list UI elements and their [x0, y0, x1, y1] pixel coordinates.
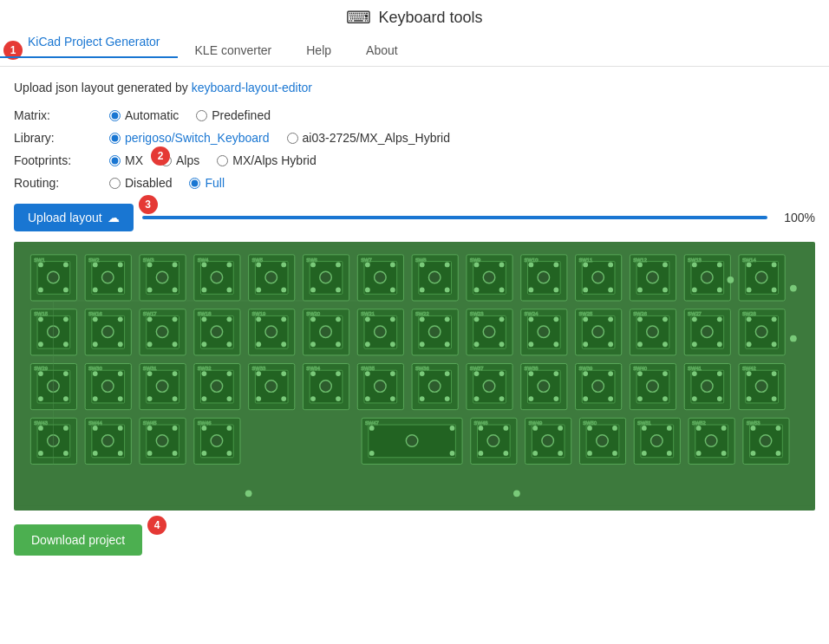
svg-text:SW24: SW24 [525, 311, 539, 316]
footprint-alps-label: Alps [176, 153, 199, 167]
svg-point-351 [118, 451, 123, 456]
svg-point-123 [101, 326, 114, 338]
library-ai03-radio[interactable] [287, 133, 298, 144]
matrix-auto-option[interactable]: Automatic [109, 108, 179, 122]
footprint-mx-radio[interactable] [109, 155, 121, 166]
matrix-auto-radio[interactable] [109, 110, 121, 121]
svg-point-11 [101, 271, 114, 283]
svg-point-244 [147, 371, 153, 376]
svg-point-428 [245, 490, 252, 497]
svg-point-391 [558, 451, 563, 456]
svg-point-175 [445, 342, 450, 347]
svg-point-20 [147, 263, 153, 268]
nav-item-kle[interactable]: KLE converter [178, 35, 290, 66]
svg-point-254 [202, 396, 207, 401]
footprint-mx-alps-option[interactable]: MX/Alps Hybrid [217, 153, 316, 167]
svg-point-39 [281, 288, 286, 293]
nav-item-help[interactable]: Help [289, 35, 349, 66]
routing-disabled-option[interactable]: Disabled [109, 176, 172, 190]
svg-point-294 [474, 396, 480, 401]
svg-point-118 [38, 342, 43, 347]
nav-item-about[interactable]: About [349, 35, 415, 66]
svg-point-76 [528, 263, 533, 268]
svg-point-251 [211, 381, 223, 393]
svg-point-69 [499, 263, 505, 268]
svg-point-308 [583, 371, 588, 376]
svg-point-100 [692, 263, 697, 268]
svg-point-341 [63, 426, 69, 431]
svg-text:SW46: SW46 [198, 420, 212, 426]
routing-full-option[interactable]: Full [189, 176, 225, 190]
svg-point-140 [202, 316, 207, 322]
svg-point-349 [118, 426, 123, 431]
svg-point-204 [637, 316, 643, 322]
kle-link[interactable]: keyboard-layout-editor [192, 81, 312, 94]
svg-text:SW39: SW39 [578, 366, 592, 371]
routing-full-radio[interactable] [189, 178, 200, 189]
footprint-mx-alps-radio[interactable] [217, 155, 228, 166]
matrix-predefined-option[interactable]: Predefined [196, 108, 271, 122]
svg-point-367 [226, 451, 232, 456]
svg-point-366 [202, 451, 207, 456]
svg-point-319 [663, 396, 668, 401]
svg-point-87 [608, 288, 613, 293]
svg-point-205 [663, 316, 668, 322]
library-perigoso-radio[interactable] [109, 133, 121, 144]
footprint-options: MX Alps MX/Alps Hybrid [109, 153, 317, 167]
upload-button[interactable]: Upload layout ☁ [14, 204, 134, 231]
svg-point-245 [173, 371, 178, 376]
svg-point-171 [428, 326, 441, 338]
svg-point-101 [717, 263, 722, 268]
svg-point-364 [202, 426, 207, 431]
svg-point-70 [474, 288, 480, 293]
svg-point-334 [747, 396, 752, 401]
svg-point-252 [202, 371, 207, 376]
svg-point-67 [483, 271, 495, 283]
svg-point-139 [211, 326, 223, 338]
svg-point-223 [772, 342, 777, 347]
svg-point-198 [583, 342, 588, 347]
library-perigoso-label[interactable]: perigoso/Switch_Keyboard [125, 131, 270, 145]
svg-point-230 [38, 396, 43, 401]
routing-full-label: Full [205, 176, 225, 190]
routing-disabled-radio[interactable] [109, 178, 121, 189]
svg-point-350 [93, 451, 98, 456]
svg-point-46 [310, 288, 316, 293]
svg-point-343 [63, 451, 69, 456]
svg-point-62 [420, 288, 425, 293]
svg-point-372 [369, 426, 375, 431]
svg-point-183 [499, 342, 505, 347]
svg-point-267 [320, 381, 332, 393]
svg-point-151 [281, 342, 286, 347]
svg-point-425 [728, 276, 734, 283]
svg-point-181 [499, 316, 505, 322]
svg-point-38 [256, 288, 261, 293]
upload-button-label: Upload layout [28, 211, 102, 224]
svg-point-374 [369, 451, 375, 456]
footprint-mx-alps-label: MX/Alps Hybrid [232, 153, 316, 167]
svg-text:SW44: SW44 [88, 420, 103, 426]
svg-point-110 [747, 288, 752, 293]
footprint-mx-option[interactable]: MX [109, 153, 143, 167]
svg-point-318 [637, 396, 643, 401]
nav-item-kicad[interactable]: KiCad Project Generator [0, 26, 178, 57]
svg-point-303 [553, 396, 558, 401]
library-ai03-option[interactable]: ai03-2725/MX_Alps_Hybrid [287, 131, 450, 145]
svg-point-4 [38, 263, 43, 268]
svg-point-419 [760, 435, 772, 447]
pcb-visualization: SW1 SW2 [14, 242, 815, 511]
matrix-predefined-radio[interactable] [196, 110, 207, 121]
svg-text:SW43: SW43 [34, 420, 48, 426]
svg-point-222 [747, 342, 752, 347]
library-perigoso-option[interactable]: perigoso/Switch_Keyboard [109, 131, 270, 145]
svg-point-315 [647, 381, 659, 393]
step-badge-4: 4 [147, 516, 166, 535]
svg-point-262 [256, 396, 261, 401]
download-button[interactable]: Download project [14, 524, 142, 556]
svg-point-158 [310, 342, 316, 347]
library-options: perigoso/Switch_Keyboard ai03-2725/MX_Al… [109, 131, 450, 145]
svg-point-238 [93, 396, 98, 401]
svg-point-3 [48, 271, 60, 283]
svg-point-285 [445, 371, 450, 376]
svg-point-14 [93, 288, 98, 293]
